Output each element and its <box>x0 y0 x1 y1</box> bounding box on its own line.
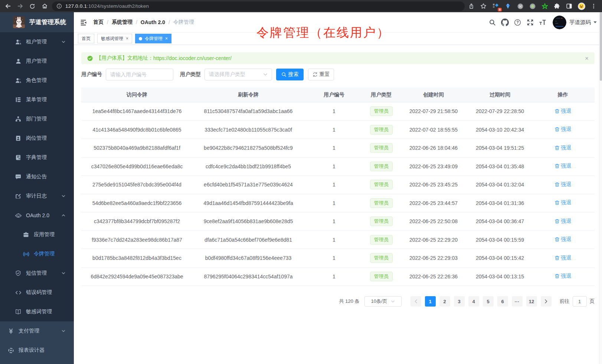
bookmark-star-icon[interactable] <box>477 1 490 11</box>
sidebar-item-audit-log[interactable]: 审计日志 <box>0 186 74 206</box>
user-avatar[interactable] <box>553 16 566 29</box>
alert-doc-link[interactable]: https://doc.iocoder.cn/user-center/ <box>153 55 232 61</box>
tab-close-icon[interactable]: × <box>165 36 168 41</box>
sidebar-item-sensitive-word[interactable]: 敏感词管理 <box>0 302 74 321</box>
page-size-select[interactable]: 10条/页 <box>364 296 402 307</box>
sidebar-item-tenant[interactable]: 租户管理 <box>0 32 74 52</box>
prev-page-button[interactable] <box>410 296 421 307</box>
force-logout-button[interactable]: 强退 <box>554 236 571 243</box>
force-logout-button[interactable]: 强退 <box>554 126 571 133</box>
browser-reload-icon[interactable] <box>27 1 37 11</box>
extension-recorder-icon[interactable] <box>526 1 539 11</box>
sidebar-item-user[interactable]: 用户管理 <box>0 52 74 71</box>
breadcrumb-item[interactable]: 首页 <box>93 19 104 26</box>
sidebar-item-oauth2-app[interactable]: 应用管理 <box>0 225 74 244</box>
search-icon[interactable] <box>486 16 498 29</box>
cell-expire-time: 2054-03-04 19:51:25 <box>469 145 531 151</box>
user-caret-icon[interactable] <box>593 21 597 23</box>
page-ellipsis[interactable]: ··· <box>512 296 523 307</box>
force-logout-button[interactable]: 强退 <box>554 163 571 169</box>
sidebar-item-label: 菜单管理 <box>26 96 47 103</box>
fullscreen-icon[interactable] <box>524 16 536 29</box>
help-icon[interactable]: ? <box>511 16 524 29</box>
page-button-4[interactable]: 4 <box>468 296 479 307</box>
browser-menu-icon[interactable] <box>588 1 600 11</box>
trash-icon <box>554 274 560 279</box>
next-page-button[interactable] <box>541 296 552 307</box>
force-logout-button[interactable]: 强退 <box>554 255 571 261</box>
page-button-2[interactable]: 2 <box>439 296 450 307</box>
page-scrollbar[interactable] <box>599 12 602 364</box>
page-button-12[interactable]: 12 <box>526 296 537 307</box>
profile-avatar-icon[interactable] <box>575 1 588 11</box>
browser-back-icon[interactable] <box>3 1 13 11</box>
force-logout-label: 强退 <box>561 126 571 133</box>
yen-icon <box>7 328 14 334</box>
sidebar-item-label: 支付管理 <box>19 328 39 334</box>
column-header: 用户编号 <box>304 92 364 98</box>
site-info-icon[interactable] <box>56 3 62 9</box>
sidebar-item-error-code[interactable]: 错误码管理 <box>0 283 74 302</box>
sidebar-item-oauth2[interactable]: OAuth 2.0 <box>0 206 74 225</box>
sidebar-item-pay[interactable]: 支付管理 <box>0 321 74 341</box>
table-row: f9336e7c7dd242a283ee98dc86b17a87dfa6c71a… <box>81 231 595 249</box>
page-button-3[interactable]: 3 <box>454 296 465 307</box>
tab-首页[interactable]: 首页 <box>78 34 94 43</box>
sidebar-item-oauth2-token[interactable]: 令牌管理 <box>0 244 74 264</box>
force-logout-button[interactable]: 强退 <box>554 181 571 188</box>
force-logout-button[interactable]: 强退 <box>554 218 571 225</box>
app-logo[interactable]: 芋道管理系统 <box>0 12 74 32</box>
extension-command-icon[interactable]: ⌘ <box>514 1 526 11</box>
tab-close-icon[interactable]: × <box>126 36 128 41</box>
users-icon <box>15 77 22 84</box>
user-type-badge: 管理员 <box>370 253 393 263</box>
sidebar-item-notice[interactable]: 通知公告 <box>0 167 74 186</box>
url-bar[interactable]: 127.0.0.1:1024/system/oauth2/token <box>52 1 465 11</box>
table-row: 1ea5e44f8bc1467aaede43144f31de76811c5304… <box>81 102 595 121</box>
force-logout-button[interactable]: 强退 <box>554 108 571 115</box>
tab-令牌管理[interactable]: 令牌管理× <box>135 34 171 43</box>
sidebar-filler <box>0 360 74 364</box>
sidebar-item-post[interactable]: 岗位管理 <box>0 129 74 148</box>
user-type-select[interactable]: 请选择用户类型 <box>205 69 272 80</box>
sidebar-item-report-designer[interactable]: 报表设计器 <box>0 341 74 360</box>
cell-refresh-token: 811c530487574fa0af1a59d3abc1aa66 <box>193 108 304 114</box>
reset-button[interactable]: 重置 <box>308 69 334 80</box>
share-icon[interactable] <box>465 1 477 11</box>
briefcase-icon <box>23 231 29 238</box>
sidebar-item-role[interactable]: 角色管理 <box>0 71 74 90</box>
users-icon <box>15 39 22 45</box>
sidebar-item-sms[interactable]: 短信管理 <box>0 264 74 283</box>
page-button-1[interactable]: 1 <box>425 296 436 307</box>
force-logout-button[interactable]: 强退 <box>554 273 571 279</box>
browser-chrome: 127.0.0.1:1024/system/oauth2/token 9 ⌘ <box>0 0 602 12</box>
force-logout-button[interactable]: 强退 <box>554 199 571 206</box>
scrollbar-thumb[interactable] <box>600 12 602 81</box>
url-path: :1024/system/oauth2/token <box>87 3 149 9</box>
font-size-icon[interactable] <box>536 16 549 29</box>
browser-home-icon[interactable] <box>39 1 50 11</box>
sidebar-collapse-icon[interactable] <box>80 19 87 26</box>
extension-star-icon[interactable] <box>539 1 551 11</box>
search-button[interactable]: 搜索 <box>276 69 304 80</box>
page-button-5[interactable]: 5 <box>483 296 494 307</box>
user-id-input[interactable] <box>110 72 169 77</box>
user-name[interactable]: 芋道源码 <box>569 19 591 26</box>
extensions-puzzle-icon[interactable] <box>551 1 563 11</box>
breadcrumb-item[interactable]: OAuth 2.0 <box>141 19 165 25</box>
breadcrumb-item[interactable]: 系统管理 <box>112 19 132 26</box>
side-panel-icon[interactable] <box>563 1 575 11</box>
sidebar-item-dict[interactable]: 字典管理 <box>0 148 74 167</box>
alert-close-icon[interactable]: × <box>585 55 589 62</box>
page-button-6[interactable]: 6 <box>497 296 508 307</box>
force-logout-button[interactable]: 强退 <box>554 145 571 151</box>
sidebar-item-menu[interactable]: 菜单管理 <box>0 90 74 109</box>
extension-tag-manager-icon[interactable]: 9 <box>490 1 502 11</box>
cell-user-id: 1 <box>304 274 364 279</box>
tab-敏感词管理[interactable]: 敏感词管理× <box>97 34 132 43</box>
extension-gem-icon[interactable] <box>502 1 514 11</box>
goto-page-input[interactable] <box>573 296 587 307</box>
sidebar-item-dept[interactable]: 部门管理 <box>0 109 74 129</box>
browser-forward-icon[interactable] <box>15 1 25 11</box>
github-icon[interactable] <box>498 16 511 29</box>
